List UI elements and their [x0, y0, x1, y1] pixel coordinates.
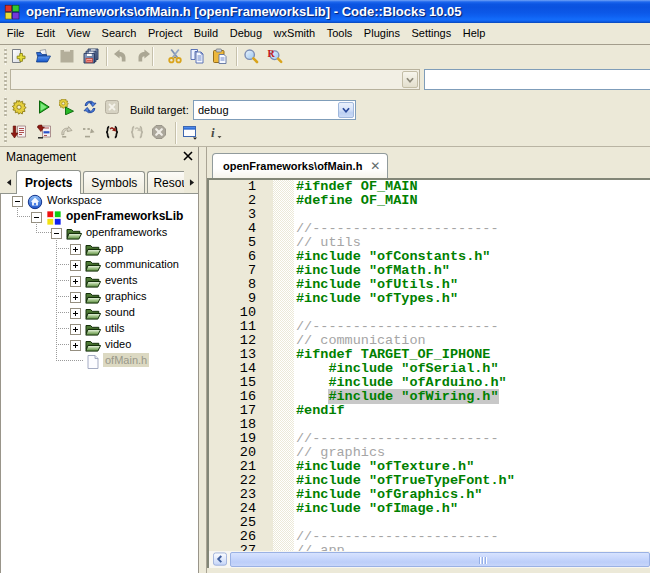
code-line-2: #define OF_MAIN [296, 194, 418, 208]
tree-expander-plus-icon[interactable] [70, 308, 81, 319]
tree-item-ofmain-h[interactable]: ofMain.h [1, 352, 198, 368]
redo-icon [136, 48, 152, 64]
tree-expander-plus-icon[interactable] [70, 340, 81, 351]
debugging-windows-icon[interactable] [182, 124, 198, 140]
new-file-icon[interactable] [10, 48, 26, 64]
run-to-cursor-icon[interactable] [36, 124, 52, 140]
build-and-run-icon[interactable] [59, 99, 75, 115]
horizontal-scrollbar[interactable] [209, 551, 650, 568]
copy-icon[interactable] [189, 48, 205, 64]
tabs-scroll-left-icon[interactable] [1, 172, 16, 192]
tree-connector-line [56, 312, 70, 313]
tree-item-utils[interactable]: utils [1, 320, 198, 336]
tree-expander-plus-icon[interactable] [70, 260, 81, 271]
toolbar-grip[interactable] [4, 71, 7, 91]
menu-settings[interactable]: Settings [406, 23, 457, 44]
tree-expander-plus-icon[interactable] [70, 244, 81, 255]
paste-icon[interactable] [212, 48, 228, 64]
rebuild-icon[interactable] [82, 99, 98, 115]
stop-debugger-icon [151, 124, 167, 140]
line-number: 15 [240, 376, 256, 390]
tabs-scroll-right-icon[interactable] [184, 172, 199, 192]
tree-item-app[interactable]: app [1, 240, 198, 256]
tree-connector-line [36, 222, 37, 232]
line-number: 2 [248, 194, 256, 208]
open-file-icon[interactable] [35, 48, 51, 64]
tree-item-video[interactable]: video [1, 336, 198, 352]
tree-item-openframeworkslib[interactable]: openFrameworksLib [1, 208, 198, 224]
tree-item-label: openframeworks [84, 225, 169, 239]
editor-tab-label: openFrameworks\ofMain.h [223, 160, 362, 172]
scope-combo-dropdown-button[interactable] [402, 71, 418, 88]
toolbar-grip[interactable] [4, 97, 7, 117]
tree-connector-line [17, 216, 31, 217]
line-number: 25 [240, 516, 256, 530]
tree-item-label: Workspace [45, 194, 104, 207]
build-target-label: Build target: [130, 104, 189, 116]
tree-item-communication[interactable]: communication [1, 256, 198, 272]
management-tab-projects[interactable]: Projects [16, 170, 81, 194]
tab-close-icon[interactable]: ✕ [370, 161, 380, 171]
build-target-value: debug [194, 104, 337, 116]
toolbar-grip[interactable] [4, 123, 7, 143]
build-icon[interactable] [11, 99, 27, 115]
toolbar-main [0, 45, 650, 68]
line-number: 6 [248, 250, 256, 264]
menu-search[interactable]: Search [96, 23, 142, 44]
management-tab-symbols[interactable]: Symbols [83, 171, 145, 193]
menu-build[interactable]: Build [188, 23, 224, 44]
chevron-down-icon [339, 103, 353, 117]
tree-item-graphics[interactable]: graphics [1, 288, 198, 304]
menu-help[interactable]: Help [457, 23, 491, 44]
tree-item-label: video [103, 337, 133, 351]
editor-panel: openFrameworks\ofMain.h ✕ 12345678910111… [199, 147, 650, 573]
scrollbar-thumb[interactable] [230, 552, 650, 567]
menu-file[interactable]: File [1, 23, 30, 44]
next-instruction-icon [129, 124, 145, 140]
save-all-icon[interactable] [83, 48, 99, 64]
tree-item-sound[interactable]: sound [1, 304, 198, 320]
line-number: 19 [240, 432, 256, 446]
function-combobox[interactable] [424, 69, 650, 90]
line-number: 22 [240, 474, 256, 488]
menu-edit[interactable]: Edit [30, 23, 60, 44]
management-close-icon[interactable] [182, 150, 194, 162]
toolbar-separator [236, 47, 238, 66]
menu-view[interactable]: View [61, 23, 96, 44]
debug-continue-icon[interactable] [11, 124, 27, 140]
tree-connector-line [56, 280, 70, 281]
cut-icon[interactable] [167, 48, 183, 64]
find-icon[interactable] [243, 48, 259, 64]
menu-wxsmith[interactable]: wxSmith [268, 23, 321, 44]
build-target-dropdown-button[interactable] [338, 102, 354, 118]
undo-icon [112, 48, 128, 64]
line-number: 16 [240, 390, 256, 404]
menu-tools[interactable]: Tools [321, 23, 358, 44]
scope-combobox[interactable] [10, 69, 420, 90]
code-area[interactable]: #ifndef OF_MAIN#define OF_MAIN//--------… [294, 180, 650, 551]
code-line-23: #include "ofGraphics.h" [296, 488, 482, 502]
tree-expander-plus-icon[interactable] [70, 276, 81, 287]
code-line-22: #include "ofTrueTypeFont.h" [296, 474, 515, 488]
menu-plugins[interactable]: Plugins [358, 23, 406, 44]
tree-expander-plus-icon[interactable] [70, 324, 81, 335]
editor-tab[interactable]: openFrameworks\ofMain.h ✕ [212, 153, 388, 178]
line-number: 17 [240, 404, 256, 418]
management-tab-resou[interactable]: Resou [147, 171, 184, 193]
tree-item-events[interactable]: events [1, 272, 198, 288]
tree-expander-plus-icon[interactable] [70, 292, 81, 303]
step-out-icon[interactable] [104, 124, 120, 140]
tree-item-openframeworks[interactable]: openframeworks [1, 224, 198, 240]
build-target-combobox[interactable]: debug [193, 100, 356, 120]
menu-debug[interactable]: Debug [224, 23, 268, 44]
replace-icon[interactable] [267, 48, 283, 64]
editor-body[interactable]: 1234567891011121314151617181920212223242… [207, 178, 650, 568]
tree-item-label: app [103, 241, 125, 255]
toolbar-grip[interactable] [4, 48, 7, 65]
run-icon[interactable] [36, 99, 52, 115]
scroll-left-button[interactable] [213, 552, 227, 567]
tree-item-workspace[interactable]: Workspace [1, 194, 198, 208]
toolbar-separator [175, 122, 177, 144]
various-info-icon[interactable] [207, 124, 223, 140]
menu-project[interactable]: Project [142, 23, 188, 44]
